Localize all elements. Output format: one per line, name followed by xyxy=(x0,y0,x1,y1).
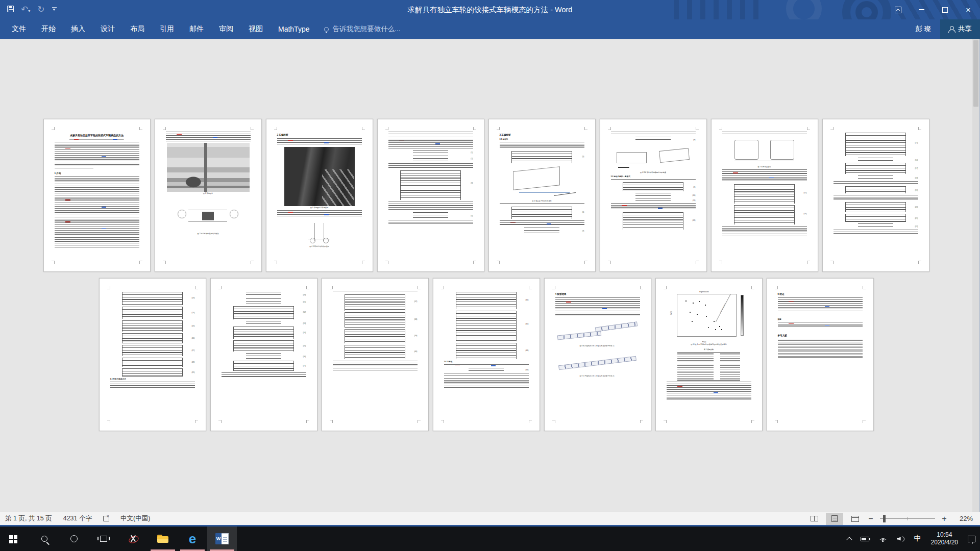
figure-photo-bogie xyxy=(284,147,355,206)
text-lines xyxy=(444,378,529,388)
ribbon-tab-9[interactable]: MathType xyxy=(271,19,317,39)
authors-line xyxy=(69,138,124,140)
customize-quick-access-icon[interactable] xyxy=(52,5,57,14)
action-center-button[interactable] xyxy=(963,527,980,551)
equation-number: (42) xyxy=(525,323,528,325)
share-button[interactable]: 共享 xyxy=(940,19,980,39)
ribbon-tab-3[interactable]: 设计 xyxy=(93,19,122,39)
page-thumbnail-8[interactable]: (15)(16)(17)(18)(19)(20)(21)(22) xyxy=(822,119,929,272)
figure-caption: 图 3 车辆照片与车辆模型 xyxy=(277,207,362,209)
page-thumbnail-11[interactable]: (37)(38)(39)(40) xyxy=(322,278,429,431)
equation-number: (25) xyxy=(191,325,194,327)
subsection-heading: 3.2 运动方程的一般形式 xyxy=(611,176,696,178)
battery-status[interactable] xyxy=(856,527,874,551)
language-status[interactable]: 中文(中国) xyxy=(120,514,150,523)
margin-crop-mark xyxy=(473,127,476,130)
margin-crop-mark xyxy=(584,261,587,264)
cortana-button[interactable] xyxy=(59,527,89,551)
text-lines xyxy=(778,322,863,328)
zoom-slider[interactable] xyxy=(880,518,935,519)
margin-crop-mark xyxy=(385,127,388,130)
section-heading: 2 车辆模型 xyxy=(277,134,362,137)
undo-icon[interactable]: ↶▾ xyxy=(21,5,30,14)
equation-number: (3) xyxy=(471,182,473,184)
page-thumbnail-15[interactable]: 5 结论致谢参考文献 xyxy=(767,278,874,431)
page-thumbnail-3[interactable]: 2 车辆模型图 3 车辆照片与车辆模型图 4 与车轮对相关联的坐标 xyxy=(266,119,373,272)
page-thumbnail-14[interactable]: Eigenvalues10% Damping ratioRe(λ)Im(λ)图 … xyxy=(655,278,763,431)
vertical-scrollbar[interactable] xyxy=(972,39,979,512)
word-taskbar-button[interactable]: W xyxy=(207,527,237,551)
page-thumbnail-12[interactable]: (41)(42)(43)3.4 方程组(44) xyxy=(433,278,540,431)
page-thumbnail-7[interactable]: 图 7 车辆悬挂模型(15)(16) xyxy=(711,119,818,272)
tell-me-box[interactable]: 告诉我您想要做什么... xyxy=(324,24,400,34)
page-thumbnail-1[interactable]: 求解具有独立旋转车轮的铰接式车辆模态的方法1 介绍 xyxy=(43,119,151,272)
page-thumbnail-10[interactable]: (30)(31)(32)(33)(34)(35)(36)(37) xyxy=(210,278,317,431)
word-count-status[interactable]: 4231 个字 xyxy=(63,514,92,523)
minimize-button[interactable] xyxy=(910,0,933,19)
scrollbar-thumb[interactable] xyxy=(973,40,978,107)
ribbon-tab-4[interactable]: 布局 xyxy=(122,19,152,39)
margin-crop-mark xyxy=(863,420,866,423)
file-explorer-button[interactable] xyxy=(148,527,178,551)
page-thumbnail-4[interactable]: (1)(2)(3)(4) xyxy=(377,119,484,272)
equation-number: (33) xyxy=(303,322,306,324)
page-thumbnail-13[interactable]: 4 模型结果图 8 蛇行模式的示例（请参阅本文的电子附件 1）图 9 水平模式的… xyxy=(544,278,651,431)
figure-line-drawing xyxy=(500,165,584,199)
tray-overflow-button[interactable] xyxy=(843,527,856,551)
battery-icon xyxy=(861,537,869,541)
ribbon-display-options-button[interactable] xyxy=(886,0,910,19)
search-button[interactable] xyxy=(30,527,59,551)
figure-line-drawing xyxy=(722,137,807,165)
redo-icon[interactable]: ↻ xyxy=(37,5,44,14)
web-layout-button[interactable] xyxy=(846,513,864,525)
equation-number: (6) xyxy=(582,211,584,213)
maximize-button[interactable] xyxy=(933,0,957,19)
user-name[interactable]: 彭 璨 xyxy=(915,24,931,34)
margin-crop-mark xyxy=(918,261,921,264)
text-lines xyxy=(388,132,473,135)
page-thumbnail-6[interactable]: (8)图 6 RM 车身和车辆模型之间的连接3.2 运动方程的一般形式(9)(1… xyxy=(600,119,707,272)
margin-crop-mark xyxy=(751,286,754,289)
equation: (41) xyxy=(444,292,529,309)
ribbon-tab-8[interactable]: 视图 xyxy=(241,19,271,39)
network-status[interactable] xyxy=(874,527,892,551)
zoom-percentage[interactable]: 22% xyxy=(951,515,973,522)
snipping-tool-button[interactable] xyxy=(118,527,148,551)
text-lines xyxy=(333,368,418,371)
ribbon-tab-0[interactable]: 文件 xyxy=(4,19,34,39)
volume-status[interactable] xyxy=(892,527,910,551)
ribbon-tab-7[interactable]: 审阅 xyxy=(211,19,241,39)
page-thumbnail-9[interactable]: (23)(24)(25)(26)(27)(28)(29)3.3 约束方程表达式 xyxy=(99,278,206,431)
equation-number: (17) xyxy=(915,167,918,169)
print-layout-button[interactable] xyxy=(826,513,843,525)
ribbon-tab-1[interactable]: 开始 xyxy=(34,19,63,39)
equation: (15) xyxy=(834,133,918,156)
proofing-status-icon[interactable] xyxy=(103,516,109,521)
ime-indicator[interactable]: 中 xyxy=(910,527,926,551)
equation-number: (44) xyxy=(525,369,528,371)
zoom-in-button[interactable]: + xyxy=(940,514,948,523)
page-thumbnail-5[interactable]: 3 车辆模型3.1 运动学(5)图 5 悬挂参考系和车身坐标(6)(7) xyxy=(488,119,596,272)
zoom-slider-thumb[interactable] xyxy=(883,515,886,522)
equation: (23) xyxy=(110,292,195,305)
read-mode-button[interactable] xyxy=(805,513,823,525)
page-number-status[interactable]: 第 1 页, 共 15 页 xyxy=(5,514,52,523)
chart-title: Eigenvalues xyxy=(670,291,739,293)
close-button[interactable]: × xyxy=(957,0,980,19)
taskbar-clock[interactable]: 10:54 2020/4/20 xyxy=(926,531,963,546)
task-view-button[interactable] xyxy=(89,527,118,551)
save-icon[interactable] xyxy=(7,5,14,14)
ribbon-tab-2[interactable]: 插入 xyxy=(63,19,93,39)
equation: (37) xyxy=(333,294,418,311)
text-lines xyxy=(110,382,195,389)
ribbon-tab-6[interactable]: 邮件 xyxy=(182,19,211,39)
text-lines xyxy=(388,220,473,223)
ribbon-tab-5[interactable]: 引用 xyxy=(152,19,182,39)
start-button[interactable] xyxy=(0,527,30,551)
page-thumbnail-2[interactable]: 图 1 车辆图片图 2 过弯时转向架的相对转动 xyxy=(155,119,262,272)
margin-crop-mark xyxy=(807,261,810,264)
margin-crop-mark xyxy=(52,127,55,130)
equation-number: (5) xyxy=(582,156,584,158)
zoom-out-button[interactable]: − xyxy=(867,514,875,523)
edge-button[interactable]: e xyxy=(178,527,207,551)
